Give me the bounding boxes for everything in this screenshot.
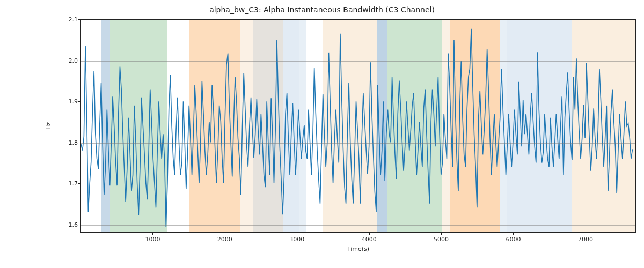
y-axis-label: Hz	[45, 19, 54, 233]
x-tick-label: 2000	[209, 236, 241, 243]
x-tick	[152, 233, 153, 235]
y-tick	[78, 19, 80, 20]
y-tick	[78, 183, 80, 184]
x-tick-label: 5000	[425, 236, 457, 243]
y-tick	[78, 101, 80, 102]
x-tick	[586, 233, 586, 235]
x-tick-label: 1000	[136, 236, 169, 243]
gridline	[81, 225, 635, 226]
line-series	[81, 20, 635, 232]
x-axis-label: Time(s)	[80, 245, 636, 252]
y-tick-label: 1.6	[56, 221, 78, 228]
x-tick	[369, 233, 370, 235]
x-tick-label: 7000	[569, 236, 602, 243]
x-tick	[297, 233, 297, 235]
y-tick-label: 1.9	[56, 98, 78, 105]
y-tick	[78, 61, 80, 61]
x-tick-label: 3000	[281, 236, 313, 243]
gridline	[81, 184, 635, 184]
chart-title: alpha_bw_C3: Alpha Instantaneous Bandwid…	[0, 5, 644, 14]
gridline	[81, 143, 635, 144]
figure: alpha_bw_C3: Alpha Instantaneous Bandwid…	[0, 0, 644, 268]
y-tick-label: 1.7	[56, 180, 78, 187]
y-tick-label: 1.8	[56, 139, 78, 146]
x-tick	[441, 233, 442, 235]
y-tick	[78, 225, 80, 225]
gridline	[81, 102, 635, 102]
x-tick	[225, 233, 225, 235]
y-tick-label: 2.1	[56, 16, 78, 23]
x-tick-label: 6000	[497, 236, 529, 243]
y-tick-label: 2.0	[56, 57, 78, 64]
y-tick	[78, 143, 80, 143]
series-line	[81, 29, 633, 227]
x-tick-label: 4000	[353, 236, 385, 243]
gridline	[81, 20, 635, 20]
plot-area	[80, 19, 636, 233]
gridline	[81, 61, 635, 62]
x-tick	[513, 233, 514, 235]
